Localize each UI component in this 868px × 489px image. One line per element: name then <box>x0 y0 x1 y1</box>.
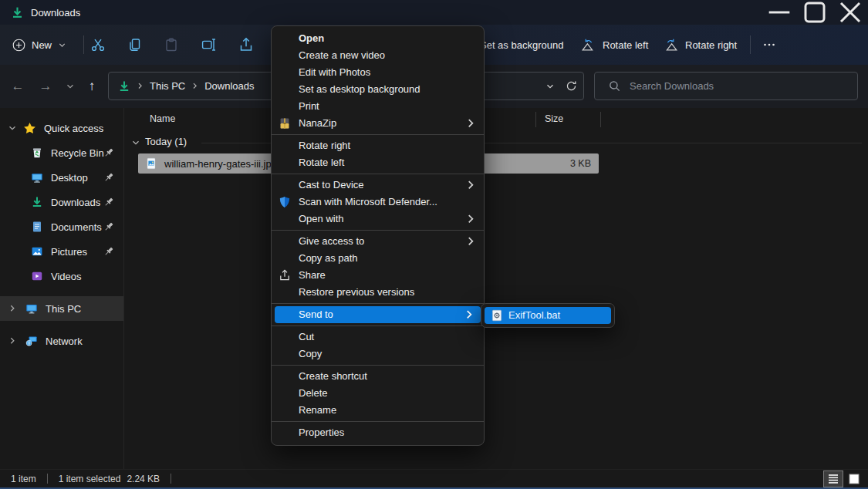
menu-item-label: Cut <box>299 331 314 342</box>
forward-button[interactable]: → <box>35 77 56 96</box>
menu-item-restore-previous-versions[interactable]: Restore previous versions <box>272 284 484 301</box>
batch-file-icon <box>491 309 503 322</box>
menu-item-delete[interactable]: Delete <box>272 385 484 402</box>
menu-item-cast-to-device[interactable]: Cast to Device <box>272 177 484 194</box>
menu-item-label: Cast to Device <box>299 179 364 191</box>
up-button[interactable]: ↑ <box>82 77 102 96</box>
thumbnail-view-button[interactable] <box>845 471 863 487</box>
sidebar-item-downloads[interactable]: Downloads <box>0 190 123 214</box>
menu-item-share[interactable]: Share <box>272 267 484 284</box>
back-button[interactable]: ← <box>8 77 28 96</box>
menu-separator <box>272 303 484 304</box>
paste-button[interactable] <box>161 35 181 55</box>
minimize-button[interactable] <box>762 0 797 25</box>
search-box[interactable]: Search Downloads <box>594 72 858 100</box>
menu-item-label: Copy as path <box>299 252 358 264</box>
menu-item-cut[interactable]: Cut <box>272 329 484 346</box>
address-dropdown-icon[interactable] <box>545 82 555 91</box>
menu-item-open-with[interactable]: Open with <box>272 211 484 228</box>
chevron-down-icon[interactable] <box>8 123 17 133</box>
menu-item-properties[interactable]: Properties <box>272 424 484 441</box>
new-button[interactable]: New <box>12 33 66 56</box>
star-icon <box>23 122 36 135</box>
menu-item-copy-as-path[interactable]: Copy as path <box>272 250 484 267</box>
column-divider[interactable] <box>535 112 536 127</box>
menu-item-scan-with-microsoft-defender[interactable]: Scan with Microsoft Defender... <box>272 194 484 211</box>
menu-item-create-a-new-video[interactable]: Create a new video <box>272 47 484 64</box>
search-icon <box>609 80 620 92</box>
menu-item-rename[interactable]: Rename <box>272 402 484 419</box>
chevron-right-icon <box>136 82 144 90</box>
maximize-button[interactable] <box>797 0 833 25</box>
quick-access-label: Quick access <box>44 123 103 134</box>
rotate-left-label: Rotate left <box>603 39 648 51</box>
sidebar-item-documents[interactable]: Documents <box>0 214 123 239</box>
menu-item-send-to[interactable]: Send to <box>275 306 481 323</box>
search-placeholder: Search Downloads <box>630 80 714 92</box>
status-divider <box>171 474 171 484</box>
see-more-button[interactable] <box>759 35 779 55</box>
menu-separator <box>272 325 484 326</box>
rotate-right-icon <box>664 39 678 52</box>
menu-item-edit-with-photos[interactable]: Edit with Photos <box>272 64 484 81</box>
menu-item-rotate-right[interactable]: Rotate right <box>272 137 484 154</box>
details-view-button[interactable] <box>824 471 843 487</box>
sidebar-quick-access[interactable]: Quick access <box>0 116 123 140</box>
menu-item-copy[interactable]: Copy <box>272 346 484 363</box>
sidebar-item-label: Pictures <box>51 246 87 258</box>
sidebar-item-this-pc[interactable]: This PC <box>0 296 123 321</box>
menu-item-nanazip[interactable]: NanaZip <box>272 115 484 132</box>
breadcrumb-downloads[interactable]: Downloads <box>204 80 254 92</box>
breadcrumb-this-pc[interactable]: This PC <box>150 80 185 92</box>
refresh-icon[interactable] <box>566 80 577 92</box>
explorer-window: Downloads New Set as background Rotate l… <box>0 0 868 489</box>
ellipsis-icon <box>762 38 776 52</box>
sidebar-item-label: Desktop <box>51 172 88 184</box>
recent-locations-button[interactable] <box>60 77 80 96</box>
sidebar-item-videos[interactable]: Videos <box>0 264 123 288</box>
chevron-down-icon[interactable] <box>131 138 140 147</box>
menu-item-create-shortcut[interactable]: Create shortcut <box>272 368 484 385</box>
pin-icon <box>103 147 114 158</box>
chevron-right-icon <box>191 82 199 90</box>
menu-item-give-access-to[interactable]: Give access to <box>272 233 484 250</box>
menu-item-rotate-left[interactable]: Rotate left <box>272 154 484 171</box>
pin-icon <box>103 197 114 207</box>
menu-item-label: Edit with Photos <box>299 66 370 78</box>
menu-item-label: Send to <box>299 309 333 320</box>
sidebar-item-desktop[interactable]: Desktop <box>0 165 123 190</box>
menu-item-label: Open with <box>299 213 344 224</box>
cut-button[interactable] <box>88 35 108 55</box>
sidebar-item-recycle-bin[interactable]: Recycle Bin <box>0 140 123 165</box>
menu-item-label: Properties <box>299 427 344 438</box>
sidebar-item-network[interactable]: Network <box>0 329 123 353</box>
file-name: william-henry-gates-iii.jpg <box>164 158 277 170</box>
share-button[interactable] <box>236 35 256 55</box>
rename-icon <box>201 37 217 52</box>
column-divider[interactable] <box>600 112 601 127</box>
column-header-size[interactable]: Size <box>545 113 563 124</box>
rotate-left-button[interactable]: Rotate left <box>581 33 648 56</box>
sidebar-item-pictures[interactable]: Pictures <box>0 239 123 264</box>
menu-item-open[interactable]: Open <box>272 30 484 47</box>
chevron-right-icon[interactable] <box>8 336 17 346</box>
rename-button[interactable] <box>199 35 219 55</box>
rotate-right-button[interactable]: Rotate right <box>664 33 737 56</box>
close-button[interactable] <box>833 0 868 25</box>
menu-item-label: Create a new video <box>299 49 385 61</box>
menu-item-label: NanaZip <box>299 117 336 129</box>
copy-button[interactable] <box>125 35 145 55</box>
menu-item-print[interactable]: Print <box>272 98 484 115</box>
sidebar-item-label: Recycle Bin <box>51 147 104 159</box>
submenu-arrow-icon <box>464 235 477 248</box>
submenu-arrow-icon <box>464 117 477 130</box>
column-header-name[interactable]: Name <box>150 113 175 124</box>
chevron-right-icon[interactable] <box>8 304 17 313</box>
nanazip-icon <box>279 117 291 130</box>
pin-icon <box>103 246 114 257</box>
menu-item-label: Rotate left <box>299 157 344 168</box>
document-icon <box>31 221 43 233</box>
submenu-item-exiftool-bat[interactable]: ExifTool.bat <box>485 307 611 324</box>
menu-item-label: Open <box>299 32 324 44</box>
menu-item-set-as-desktop-background[interactable]: Set as desktop background <box>272 81 484 98</box>
